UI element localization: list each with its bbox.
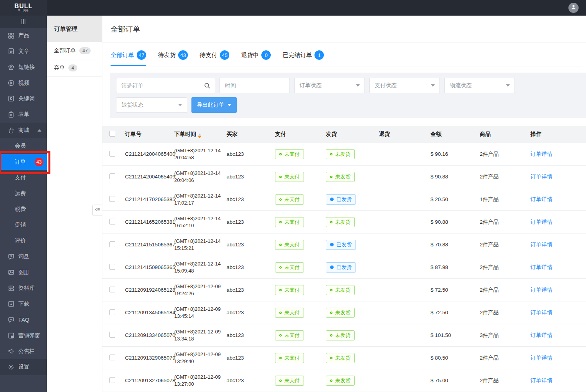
sidebar-item-articles[interactable]: 文章 (0, 43, 47, 59)
payment-status-badge: 未支付 (275, 194, 304, 205)
order-time: (GMT+8)2021-12-1416:52:10 (171, 215, 223, 229)
table-body: C2112142004065400(GMT+8)2021-12-1420:04:… (102, 143, 586, 392)
sidebar-item-label: 询盘 (18, 253, 29, 260)
row-checkbox[interactable] (109, 173, 115, 179)
status-dot-icon (279, 221, 282, 223)
sidebar-item-keywords[interactable]: 关键词 (0, 91, 47, 107)
sidebar-item-forms[interactable]: 表单 (0, 107, 47, 122)
sidebar-item-marketing-popup[interactable]: 营销弹窗 (0, 328, 47, 343)
sidebar-item-announcements[interactable]: 公告栏 (0, 344, 47, 359)
tab-returning[interactable]: 退货中0 (241, 50, 271, 66)
order-detail-link[interactable]: 订单详情 (531, 377, 552, 383)
product-count: 3件产品 (477, 332, 527, 339)
sidebar-item-payment[interactable]: 支付 (0, 170, 47, 185)
select-placeholder: 物流状态 (450, 82, 472, 89)
status-dot-icon (330, 357, 332, 359)
row-checkbox[interactable] (109, 196, 115, 202)
row-checkbox[interactable] (109, 219, 115, 225)
sidebar-item-shortlink[interactable]: 短链接 (0, 59, 47, 75)
product-count: 1件产品 (477, 196, 527, 203)
order-detail-link[interactable]: 订单详情 (531, 151, 552, 157)
order-time: (GMT+8)2021-12-0913:27:00 (171, 374, 223, 388)
row-checkbox[interactable] (109, 332, 115, 338)
buyer: abc123 (223, 242, 272, 248)
panel-collapse-button[interactable] (92, 205, 102, 216)
table-row: C2112091334065070(GMT+8)2021-12-0913:34:… (102, 324, 586, 347)
order-detail-link[interactable]: 订单详情 (531, 332, 552, 338)
sidebar-item-settings[interactable]: 设置 (0, 359, 47, 375)
sidebar-item-inquiry[interactable]: 询盘 (0, 249, 47, 264)
sidebar-item-mall[interactable]: 商城 (0, 123, 47, 138)
order-detail-cell: 订单详情 (527, 309, 586, 316)
time-input[interactable] (220, 78, 289, 93)
tab-completed-orders[interactable]: 已完结订单1 (282, 50, 324, 66)
order-detail-link[interactable]: 订单详情 (531, 264, 552, 270)
sort-icon[interactable] (198, 134, 201, 138)
sidebar-item-tax[interactable]: 税费 (0, 201, 47, 217)
subsidebar-item-abandoned-orders[interactable]: 弃单4 (47, 59, 102, 77)
sidebar-item-shipping[interactable]: 运费 (0, 185, 47, 201)
row-checkbox[interactable] (109, 309, 115, 315)
chevron-up-icon (38, 129, 41, 132)
sidebar-item-library[interactable]: 资料库 (0, 280, 47, 296)
sidebar-item-download[interactable]: 下载 (0, 296, 47, 312)
return-status-select[interactable]: 退货状态 (116, 97, 187, 113)
logo: BULL 不二网络 (0, 0, 47, 16)
logistics-status-select[interactable]: 物流状态 (444, 78, 515, 93)
sidebar-item-promotion[interactable]: 促销 (0, 217, 47, 233)
export-orders-button[interactable]: 导出此订单 (191, 97, 237, 113)
order-detail-cell: 订单详情 (527, 377, 586, 384)
row-checkbox[interactable] (109, 264, 115, 270)
row-checkbox-cell (102, 332, 122, 339)
row-checkbox[interactable] (109, 377, 115, 383)
sidebar-item-video[interactable]: 视频 (0, 75, 47, 91)
subsidebar-title: 订单管理 (47, 16, 102, 42)
sidebar-item-products[interactable]: 产品 (0, 28, 47, 43)
form-icon (8, 111, 14, 118)
order-amount: $ 80.50 (427, 355, 477, 361)
order-detail-link[interactable]: 订单详情 (531, 309, 552, 315)
order-detail-cell: 订单详情 (527, 332, 586, 339)
order-detail-link[interactable]: 订单详情 (531, 355, 552, 361)
row-checkbox[interactable] (109, 355, 115, 360)
tab-to-pay[interactable]: 待支付45 (200, 50, 229, 66)
chevron-down-icon (227, 104, 231, 106)
order-detail-link[interactable]: 订单详情 (531, 241, 552, 248)
order-amount: $ 87.98 (427, 264, 477, 270)
order-detail-link[interactable]: 订单详情 (531, 196, 552, 202)
sidebar-item-faq[interactable]: FAQ (0, 312, 47, 328)
download-icon (8, 301, 14, 307)
row-checkbox[interactable] (109, 241, 115, 247)
order-status-select[interactable]: 订单状态 (294, 78, 365, 93)
product-count: 2件产品 (477, 151, 527, 158)
select-all-checkbox[interactable] (109, 131, 115, 137)
video-icon (8, 80, 14, 86)
order-detail-link[interactable]: 订单详情 (531, 219, 552, 225)
order-detail-link[interactable]: 订单详情 (531, 287, 552, 293)
row-checkbox[interactable] (109, 287, 115, 292)
order-detail-cell: 订单详情 (527, 196, 586, 203)
sidebar-item-albums[interactable]: 图册 (0, 265, 47, 280)
order-amount: $ 20.50 (427, 196, 477, 202)
subsidebar-item-all-orders[interactable]: 全部订单47 (47, 42, 102, 59)
payment-status-badge: 未支付 (275, 149, 304, 159)
order-detail-link[interactable]: 订单详情 (531, 173, 552, 180)
sidebar-collapse-toggle[interactable] (0, 16, 47, 28)
payment-status-cell: 未支付 (272, 308, 323, 318)
user-avatar[interactable] (568, 3, 579, 13)
tab-to-ship[interactable]: 待发货43 (158, 50, 188, 66)
search-input[interactable] (116, 78, 215, 93)
order-amount: $ 70.88 (427, 242, 477, 248)
status-dot-icon (330, 312, 332, 314)
shipping-status-badge: 未发货 (326, 149, 355, 159)
payment-status-select[interactable]: 支付状态 (369, 78, 440, 93)
sidebar-item-reviews[interactable]: 评价 (0, 233, 47, 249)
tab-all-orders[interactable]: 全部订单47 (111, 50, 146, 66)
sidebar-item-orders[interactable]: 订单43 (0, 154, 47, 170)
row-checkbox[interactable] (109, 151, 115, 157)
sidebar-item-members[interactable]: 会员 (0, 138, 47, 154)
payment-status-badge: 未支付 (275, 285, 304, 295)
tab-label: 待支付 (200, 52, 217, 59)
article-icon (8, 48, 14, 55)
status-dot-icon (330, 334, 332, 337)
